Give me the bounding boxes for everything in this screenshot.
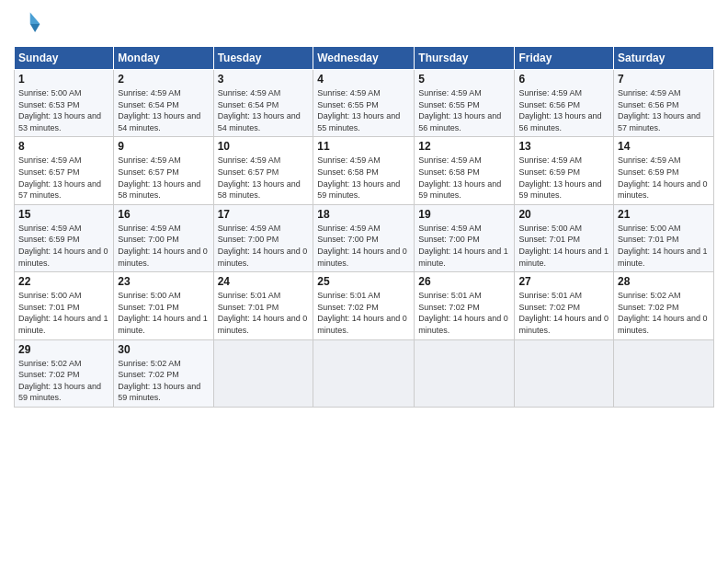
header xyxy=(14,9,714,39)
day-number: 22 xyxy=(18,275,109,288)
day-detail: Sunrise: 4:59 AMSunset: 6:54 PMDaylight:… xyxy=(118,87,209,133)
calendar-week-row: 1 Sunrise: 5:00 AMSunset: 6:53 PMDayligh… xyxy=(15,70,714,137)
calendar-cell: 28 Sunrise: 5:02 AMSunset: 7:02 PMDaylig… xyxy=(614,272,714,339)
day-detail: Sunrise: 5:00 AMSunset: 7:01 PMDaylight:… xyxy=(118,290,209,336)
calendar-cell: 30 Sunrise: 5:02 AMSunset: 7:02 PMDaylig… xyxy=(114,339,213,407)
day-detail: Sunrise: 4:59 AMSunset: 6:55 PMDaylight:… xyxy=(418,87,510,133)
calendar-cell: 22 Sunrise: 5:00 AMSunset: 7:01 PMDaylig… xyxy=(15,272,114,339)
day-number: 3 xyxy=(218,73,310,86)
day-detail: Sunrise: 5:00 AMSunset: 7:01 PMDaylight:… xyxy=(18,290,109,336)
day-detail: Sunrise: 4:59 AMSunset: 6:55 PMDaylight:… xyxy=(317,87,410,133)
day-detail: Sunrise: 4:59 AMSunset: 6:56 PMDaylight:… xyxy=(618,87,710,133)
calendar-cell: 25 Sunrise: 5:01 AMSunset: 7:02 PMDaylig… xyxy=(313,272,415,339)
day-number: 21 xyxy=(618,208,710,221)
calendar-cell: 3 Sunrise: 4:59 AMSunset: 6:54 PMDayligh… xyxy=(213,70,313,137)
day-detail: Sunrise: 4:59 AMSunset: 6:58 PMDaylight:… xyxy=(317,155,410,201)
calendar-cell: 10 Sunrise: 4:59 AMSunset: 6:57 PMDaylig… xyxy=(213,137,313,204)
day-detail: Sunrise: 5:01 AMSunset: 7:02 PMDaylight:… xyxy=(317,290,410,336)
calendar-cell: 17 Sunrise: 4:59 AMSunset: 7:00 PMDaylig… xyxy=(213,204,313,271)
day-number: 17 xyxy=(218,208,310,221)
calendar-cell: 9 Sunrise: 4:59 AMSunset: 6:57 PMDayligh… xyxy=(114,137,213,204)
day-detail: Sunrise: 4:59 AMSunset: 7:00 PMDaylight:… xyxy=(317,223,410,269)
day-detail: Sunrise: 4:59 AMSunset: 6:59 PMDaylight:… xyxy=(18,223,109,269)
calendar-cell: 29 Sunrise: 5:02 AMSunset: 7:02 PMDaylig… xyxy=(15,339,114,407)
day-detail: Sunrise: 4:59 AMSunset: 6:59 PMDaylight:… xyxy=(518,155,609,201)
day-number: 23 xyxy=(118,275,209,288)
calendar-cell: 11 Sunrise: 4:59 AMSunset: 6:58 PMDaylig… xyxy=(313,137,415,204)
day-number: 7 xyxy=(618,73,710,86)
day-detail: Sunrise: 4:59 AMSunset: 6:56 PMDaylight:… xyxy=(518,87,609,133)
day-number: 2 xyxy=(118,73,209,86)
page: SundayMondayTuesdayWednesdayThursdayFrid… xyxy=(0,0,728,563)
day-detail: Sunrise: 5:01 AMSunset: 7:01 PMDaylight:… xyxy=(218,290,310,336)
calendar-cell: 23 Sunrise: 5:00 AMSunset: 7:01 PMDaylig… xyxy=(114,272,213,339)
day-detail: Sunrise: 4:59 AMSunset: 7:00 PMDaylight:… xyxy=(218,223,310,269)
calendar-cell: 18 Sunrise: 4:59 AMSunset: 7:00 PMDaylig… xyxy=(313,204,415,271)
weekday-header-row: SundayMondayTuesdayWednesdayThursdayFrid… xyxy=(15,47,714,70)
day-detail: Sunrise: 5:02 AMSunset: 7:02 PMDaylight:… xyxy=(18,358,109,404)
svg-marker-1 xyxy=(30,24,40,32)
day-number: 24 xyxy=(218,275,310,288)
day-number: 16 xyxy=(118,208,209,221)
calendar-week-row: 29 Sunrise: 5:02 AMSunset: 7:02 PMDaylig… xyxy=(15,339,714,407)
day-number: 13 xyxy=(518,140,609,153)
day-detail: Sunrise: 4:59 AMSunset: 6:57 PMDaylight:… xyxy=(18,155,109,201)
day-detail: Sunrise: 4:59 AMSunset: 6:54 PMDaylight:… xyxy=(218,87,310,133)
calendar-cell: 19 Sunrise: 4:59 AMSunset: 7:00 PMDaylig… xyxy=(415,204,515,271)
day-number: 28 xyxy=(618,275,710,288)
day-number: 30 xyxy=(118,343,209,356)
weekday-header-saturday: Saturday xyxy=(614,47,714,70)
day-number: 12 xyxy=(418,140,510,153)
day-number: 11 xyxy=(317,140,410,153)
day-number: 25 xyxy=(317,275,410,288)
day-detail: Sunrise: 5:01 AMSunset: 7:02 PMDaylight:… xyxy=(518,290,609,336)
svg-marker-0 xyxy=(30,13,40,24)
calendar-cell: 4 Sunrise: 4:59 AMSunset: 6:55 PMDayligh… xyxy=(313,70,415,137)
logo xyxy=(14,9,45,39)
calendar-cell: 6 Sunrise: 4:59 AMSunset: 6:56 PMDayligh… xyxy=(515,70,614,137)
calendar-cell xyxy=(515,339,614,407)
calendar-cell xyxy=(415,339,515,407)
calendar-cell: 2 Sunrise: 4:59 AMSunset: 6:54 PMDayligh… xyxy=(114,70,213,137)
calendar-cell: 1 Sunrise: 5:00 AMSunset: 6:53 PMDayligh… xyxy=(15,70,114,137)
day-detail: Sunrise: 5:02 AMSunset: 7:02 PMDaylight:… xyxy=(618,290,710,336)
day-detail: Sunrise: 4:59 AMSunset: 6:58 PMDaylight:… xyxy=(418,155,510,201)
day-number: 6 xyxy=(518,73,609,86)
weekday-header-thursday: Thursday xyxy=(415,47,515,70)
calendar-cell: 15 Sunrise: 4:59 AMSunset: 6:59 PMDaylig… xyxy=(15,204,114,271)
day-number: 9 xyxy=(118,140,209,153)
day-detail: Sunrise: 5:00 AMSunset: 7:01 PMDaylight:… xyxy=(618,223,710,269)
day-number: 20 xyxy=(518,208,609,221)
calendar-week-row: 22 Sunrise: 5:00 AMSunset: 7:01 PMDaylig… xyxy=(15,272,714,339)
day-number: 8 xyxy=(18,140,109,153)
day-number: 14 xyxy=(618,140,710,153)
day-detail: Sunrise: 4:59 AMSunset: 6:57 PMDaylight:… xyxy=(218,155,310,201)
day-detail: Sunrise: 4:59 AMSunset: 7:00 PMDaylight:… xyxy=(418,223,510,269)
day-number: 4 xyxy=(317,73,410,86)
calendar-cell: 24 Sunrise: 5:01 AMSunset: 7:01 PMDaylig… xyxy=(213,272,313,339)
weekday-header-wednesday: Wednesday xyxy=(313,47,415,70)
calendar-cell: 26 Sunrise: 5:01 AMSunset: 7:02 PMDaylig… xyxy=(415,272,515,339)
weekday-header-sunday: Sunday xyxy=(15,47,114,70)
calendar-cell xyxy=(313,339,415,407)
calendar-cell: 5 Sunrise: 4:59 AMSunset: 6:55 PMDayligh… xyxy=(415,70,515,137)
day-number: 5 xyxy=(418,73,510,86)
day-detail: Sunrise: 5:02 AMSunset: 7:02 PMDaylight:… xyxy=(118,358,209,404)
calendar-cell: 7 Sunrise: 4:59 AMSunset: 6:56 PMDayligh… xyxy=(614,70,714,137)
day-number: 27 xyxy=(518,275,609,288)
calendar-table: SundayMondayTuesdayWednesdayThursdayFrid… xyxy=(14,46,714,408)
calendar-cell xyxy=(614,339,714,407)
calendar-cell: 20 Sunrise: 5:00 AMSunset: 7:01 PMDaylig… xyxy=(515,204,614,271)
day-detail: Sunrise: 4:59 AMSunset: 6:59 PMDaylight:… xyxy=(618,155,710,201)
day-number: 19 xyxy=(418,208,510,221)
calendar-cell: 8 Sunrise: 4:59 AMSunset: 6:57 PMDayligh… xyxy=(15,137,114,204)
day-number: 15 xyxy=(18,208,109,221)
calendar-cell: 12 Sunrise: 4:59 AMSunset: 6:58 PMDaylig… xyxy=(415,137,515,204)
day-detail: Sunrise: 5:01 AMSunset: 7:02 PMDaylight:… xyxy=(418,290,510,336)
day-number: 26 xyxy=(418,275,510,288)
day-number: 18 xyxy=(317,208,410,221)
day-detail: Sunrise: 5:00 AMSunset: 7:01 PMDaylight:… xyxy=(518,223,609,269)
calendar-cell: 21 Sunrise: 5:00 AMSunset: 7:01 PMDaylig… xyxy=(614,204,714,271)
calendar-cell: 14 Sunrise: 4:59 AMSunset: 6:59 PMDaylig… xyxy=(614,137,714,204)
day-number: 1 xyxy=(18,73,109,86)
